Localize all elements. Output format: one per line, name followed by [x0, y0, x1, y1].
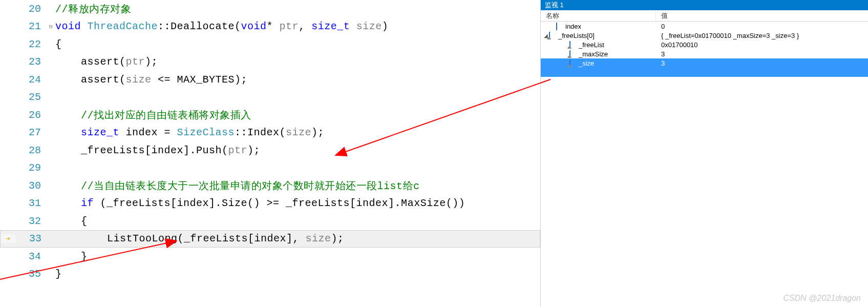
watch-row[interactable]: ◢_freeLists[0]{ _freeList=0x01700010 _ma…	[541, 31, 868, 40]
code-line[interactable]: 23 assert(ptr);	[0, 53, 540, 71]
watch-var-value: { _freeList=0x01700010 _maxSize=3 _size=…	[656, 32, 868, 39]
code-line[interactable]: 31 if (_freeLists[index].Size() >= _free…	[0, 195, 540, 213]
breakpoint-gutter[interactable]: ➔	[1, 234, 16, 243]
line-number: 28	[15, 145, 46, 156]
current-line-arrow-icon: ➔	[6, 234, 10, 243]
cube-lock-icon	[569, 41, 577, 48]
watch-row[interactable]: _freeList0x01700010	[541, 40, 868, 49]
code-content[interactable]: //找出对应的自由链表桶将对象插入	[55, 108, 540, 122]
watch-var-value: 0	[656, 23, 868, 30]
watch-var-name-text: _maxSize	[579, 50, 608, 58]
watch-row[interactable]: _maxSize3	[541, 49, 868, 58]
code-content[interactable]: ListTooLong(_freeLists[index], size);	[56, 233, 540, 244]
watch-panel-title: 监视 1	[541, 0, 868, 10]
code-line[interactable]: 21⊟void ThreadCache::Deallocate(void* pt…	[0, 18, 540, 36]
watch-var-name-text: index	[565, 23, 581, 30]
code-line[interactable]: 25	[0, 89, 540, 107]
code-line[interactable]: 29	[0, 159, 540, 177]
line-number: 29	[15, 162, 46, 174]
code-content[interactable]: }	[55, 251, 540, 262]
code-line[interactable]: 22{	[0, 35, 540, 53]
watch-header-name: 名称	[541, 11, 656, 21]
line-number: 21	[15, 21, 46, 32]
watch-header-row: 名称 值	[541, 10, 868, 22]
line-number: 20	[15, 3, 46, 15]
watch-var-name[interactable]: index	[541, 23, 656, 30]
watch-var-name-text: _freeList	[579, 41, 604, 49]
code-editor[interactable]: 20//释放内存对象21⊟void ThreadCache::Deallocat…	[0, 0, 540, 307]
watch-empty-row[interactable]	[541, 68, 868, 77]
cube-icon	[556, 23, 563, 30]
code-content[interactable]: _freeLists[index].Push(ptr);	[55, 145, 540, 156]
code-content[interactable]: }	[55, 268, 540, 280]
watch-var-value: 3	[656, 59, 868, 67]
line-number: 27	[15, 127, 46, 138]
watch-var-value: 3	[656, 50, 868, 58]
line-number: 24	[15, 74, 46, 86]
watch-panel[interactable]: 监视 1 名称 值 index0◢_freeLists[0]{ _freeLis…	[540, 0, 868, 307]
code-content[interactable]: {	[55, 38, 540, 50]
code-line[interactable]: 35}	[0, 265, 540, 283]
line-number: 23	[15, 56, 46, 68]
cube-lock-icon	[569, 50, 577, 57]
code-line[interactable]: 28 _freeLists[index].Push(ptr);	[0, 141, 540, 159]
code-line[interactable]: 34 }	[0, 248, 540, 265]
watch-var-name-text: _freeLists[0]	[558, 32, 595, 39]
watch-var-name-text: _size	[579, 59, 594, 67]
line-number: 31	[15, 197, 46, 209]
code-content[interactable]: if (_freeLists[index].Size() >= _freeLis…	[55, 197, 540, 209]
code-content[interactable]: void ThreadCache::Deallocate(void* ptr, …	[55, 21, 540, 32]
code-content[interactable]: size_t index = SizeClass::Index(size);	[55, 127, 540, 138]
line-number: 22	[15, 38, 46, 50]
line-number: 33	[16, 233, 47, 244]
code-line[interactable]: 30 //当自由链表长度大于一次批量申请的对象个数时就开始还一段list给c	[0, 177, 540, 195]
line-number: 32	[15, 215, 46, 227]
watch-header-value: 值	[656, 11, 868, 21]
code-line[interactable]: 24 assert(size <= MAX_BYTES);	[0, 71, 540, 89]
line-number: 26	[15, 109, 46, 121]
line-number: 34	[15, 251, 46, 262]
line-number: 25	[15, 91, 46, 103]
code-content[interactable]: assert(size <= MAX_BYTES);	[55, 74, 540, 86]
line-number: 30	[15, 180, 46, 192]
code-line[interactable]: 26 //找出对应的自由链表桶将对象插入	[0, 106, 540, 124]
code-line[interactable]: 32 {	[0, 212, 540, 230]
fold-gutter[interactable]: ⊟	[46, 23, 55, 30]
code-line[interactable]: 20//释放内存对象	[0, 0, 540, 18]
watch-row[interactable]: index0	[541, 22, 868, 31]
code-line[interactable]: 27 size_t index = SizeClass::Index(size)…	[0, 124, 540, 142]
watch-var-name[interactable]: _maxSize	[541, 50, 656, 58]
watch-var-name[interactable]: _freeList	[541, 41, 656, 49]
watermark: CSDN @2021dragon	[784, 294, 861, 303]
code-line[interactable]: ➔33 ListTooLong(_freeLists[index], size)…	[0, 230, 540, 248]
code-content[interactable]: //当自由链表长度大于一次批量申请的对象个数时就开始还一段list给c	[55, 179, 540, 193]
watch-var-name[interactable]: ◢_freeLists[0]	[541, 32, 656, 39]
code-content[interactable]: assert(ptr);	[55, 56, 540, 68]
watch-row[interactable]: _size3	[541, 58, 868, 68]
watch-var-value: 0x01700010	[656, 41, 868, 49]
cube-lock-icon	[549, 32, 556, 39]
code-content[interactable]: //释放内存对象	[55, 2, 540, 16]
cube-lock-icon	[569, 59, 577, 67]
code-content[interactable]: {	[55, 215, 540, 227]
watch-var-name[interactable]: _size	[541, 59, 656, 67]
line-number: 35	[15, 268, 46, 280]
